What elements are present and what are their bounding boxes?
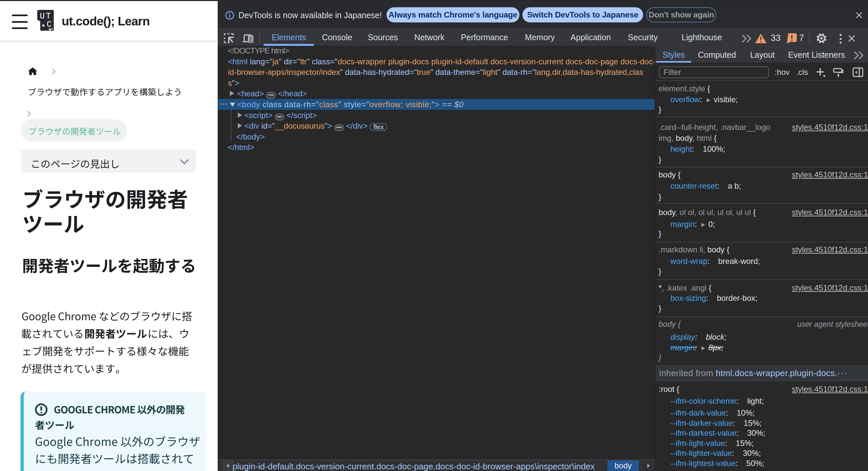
svg-text:C: C (47, 20, 52, 29)
svg-text:U: U (40, 11, 45, 21)
